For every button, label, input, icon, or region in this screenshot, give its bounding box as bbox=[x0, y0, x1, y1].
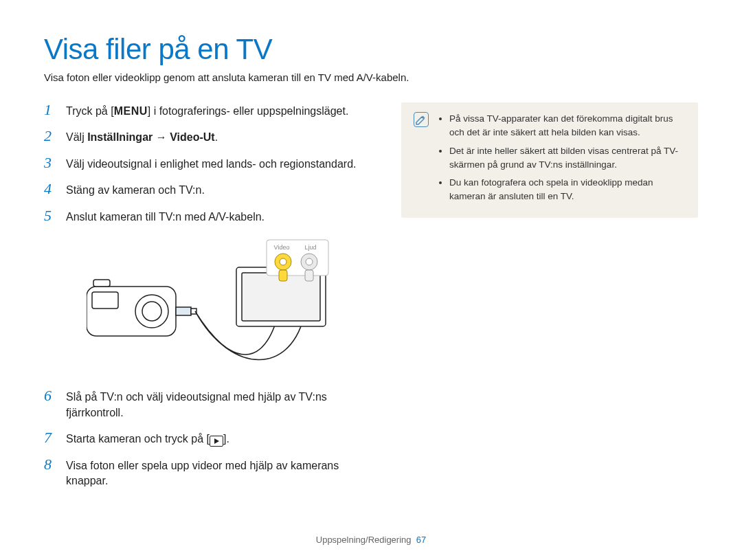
step-4: 4 Stäng av kameran och TV:n. bbox=[44, 181, 374, 198]
svg-rect-12 bbox=[279, 270, 287, 281]
step-text: Stäng av kameran och TV:n. bbox=[66, 183, 205, 198]
svg-rect-3 bbox=[92, 292, 118, 309]
step-number: 1 bbox=[44, 102, 56, 117]
note-box: På vissa TV-apparater kan det förekomma … bbox=[401, 102, 698, 218]
audio-label: Ljud bbox=[304, 244, 316, 251]
step-text-pre: Tryck på [ bbox=[66, 105, 114, 117]
svg-point-11 bbox=[306, 258, 313, 265]
step-number: 5 bbox=[44, 208, 56, 223]
camera-icon bbox=[87, 280, 176, 336]
note-icon bbox=[414, 112, 429, 127]
step-number: 7 bbox=[44, 430, 56, 445]
step-text: Tryck på [MENU] i fotograferings- eller … bbox=[66, 104, 348, 119]
step-text-post: ]. bbox=[223, 433, 229, 445]
connection-diagram: Video Ljud bbox=[87, 238, 334, 373]
step-text-post: ] i fotograferings- eller uppspelningslä… bbox=[148, 105, 349, 117]
diagram-item: Video Ljud bbox=[44, 234, 374, 381]
step-text: Välj videoutsignal i enlighet med lands-… bbox=[66, 157, 356, 172]
playback-icon bbox=[210, 436, 223, 447]
note-item: På vissa TV-apparater kan det förekomma … bbox=[449, 112, 686, 140]
step-number: 2 bbox=[44, 128, 56, 144]
step-text-post: . bbox=[215, 131, 218, 143]
note-item: Det är inte heller säkert att bilden vis… bbox=[449, 144, 686, 172]
step-7: 7 Starta kameran och tryck på []. bbox=[44, 430, 374, 447]
step-text: Välj Inställningar → Video-Ut. bbox=[66, 130, 218, 145]
rca-panel: Video Ljud bbox=[267, 240, 328, 276]
step-number: 3 bbox=[44, 155, 56, 170]
step-5: 5 Anslut kameran till TV:n med A/V-kabel… bbox=[44, 208, 374, 225]
step-text: Starta kameran och tryck på []. bbox=[66, 432, 229, 447]
menu-key-label: MENU bbox=[114, 104, 148, 119]
svg-point-2 bbox=[142, 302, 161, 321]
step-text: Slå på TV:n och välj videoutsignal med h… bbox=[66, 390, 374, 421]
step-text-pre: Välj bbox=[66, 131, 87, 143]
usb-plug-icon bbox=[176, 307, 196, 315]
step-8: 8 Visa foton eller spela upp videor med … bbox=[44, 457, 374, 489]
step-list: 1 Tryck på [MENU] i fotograferings- elle… bbox=[44, 102, 374, 489]
right-column: På vissa TV-apparater kan det förekomma … bbox=[401, 102, 698, 498]
step-text-bold: Inställningar → Video-Ut bbox=[87, 131, 215, 143]
footer-section: Uppspelning/Redigering bbox=[316, 535, 412, 545]
note-list: På vissa TV-apparater kan det förekomma … bbox=[438, 112, 686, 208]
step-number: 6 bbox=[44, 388, 56, 403]
page-subtitle: Visa foton eller videoklipp genom att an… bbox=[44, 71, 698, 83]
footer-page-number: 67 bbox=[416, 535, 426, 545]
step-number: 4 bbox=[44, 181, 56, 197]
svg-rect-4 bbox=[93, 280, 110, 287]
step-6: 6 Slå på TV:n och välj videoutsignal med… bbox=[44, 388, 374, 421]
page-footer: Uppspelning/Redigering 67 bbox=[0, 535, 742, 545]
step-1: 1 Tryck på [MENU] i fotograferings- elle… bbox=[44, 102, 374, 119]
step-3: 3 Välj videoutsignal i enlighet med land… bbox=[44, 155, 374, 172]
svg-rect-13 bbox=[305, 270, 313, 281]
video-label: Video bbox=[274, 244, 290, 251]
svg-rect-5 bbox=[176, 307, 191, 315]
step-2: 2 Välj Inställningar → Video-Ut. bbox=[44, 128, 374, 145]
page-title: Visa filer på en TV bbox=[44, 33, 698, 66]
step-text: Anslut kameran till TV:n med A/V-kabeln. bbox=[66, 210, 265, 225]
step-text-pre: Starta kameran och tryck på [ bbox=[66, 433, 210, 445]
step-text: Visa foton eller spela upp videor med hj… bbox=[66, 458, 374, 489]
step-number: 8 bbox=[44, 457, 56, 472]
note-item: Du kan fotografera och spela in videokli… bbox=[449, 176, 686, 204]
svg-point-10 bbox=[280, 258, 286, 265]
rca-plug-yellow-icon bbox=[279, 270, 287, 281]
left-column: 1 Tryck på [MENU] i fotograferings- elle… bbox=[44, 102, 374, 498]
rca-plug-white-icon bbox=[305, 270, 313, 281]
